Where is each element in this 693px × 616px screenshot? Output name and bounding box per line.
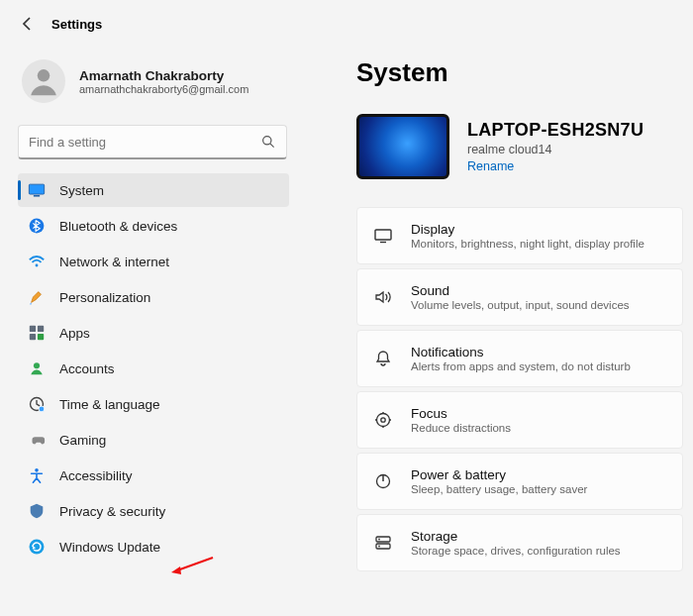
nav-item-personalization[interactable]: Personalization: [18, 280, 289, 314]
svg-rect-16: [375, 230, 391, 240]
svg-point-11: [34, 362, 40, 368]
svg-point-24: [378, 539, 380, 541]
power-icon: [373, 471, 393, 491]
nav-label: Privacy & security: [59, 504, 165, 519]
focus-icon: [373, 410, 393, 430]
card-subtitle: Sleep, battery usage, battery saver: [411, 483, 587, 495]
nav-label: Accounts: [59, 361, 115, 376]
profile-email: amarnathchakraborty6@gmail.com: [79, 83, 248, 95]
card-title: Power & battery: [411, 467, 587, 482]
clock-icon: [28, 395, 46, 413]
search-input[interactable]: [29, 135, 260, 150]
svg-point-1: [263, 137, 271, 145]
nav-label: Network & internet: [59, 255, 169, 269]
card-subtitle: Alerts from apps and system, do not dist…: [411, 360, 631, 372]
back-button[interactable]: [18, 14, 38, 34]
sidebar: Amarnath Chakraborty amarnathchakraborty…: [0, 44, 297, 573]
display-icon: [373, 226, 393, 246]
arrow-left-icon: [20, 16, 36, 32]
card-subtitle: Storage space, drives, configuration rul…: [411, 545, 621, 557]
gaming-icon: [28, 431, 46, 449]
card-subtitle: Monitors, brightness, night light, displ…: [411, 238, 644, 250]
profile-block[interactable]: Amarnath Chakraborty amarnathchakraborty…: [18, 53, 289, 119]
device-name: LAPTOP-ESH2SN7U: [467, 120, 644, 141]
svg-rect-9: [30, 334, 36, 340]
svg-point-14: [35, 468, 39, 472]
wifi-icon: [28, 253, 46, 270]
bell-icon: [373, 349, 393, 368]
svg-point-13: [39, 406, 45, 412]
card-title: Storage: [411, 529, 621, 544]
svg-rect-7: [30, 326, 36, 332]
card-sound[interactable]: Sound Volume levels, output, input, soun…: [356, 268, 683, 326]
nav-label: Time & language: [59, 397, 160, 412]
svg-point-0: [38, 69, 50, 81]
nav-label: Accessibility: [59, 468, 133, 483]
search-icon: [260, 134, 276, 150]
card-storage[interactable]: Storage Storage space, drives, configura…: [356, 514, 683, 571]
nav-item-accounts[interactable]: Accounts: [18, 352, 289, 385]
nav-item-network[interactable]: Network & internet: [18, 245, 289, 278]
nav-item-apps[interactable]: Apps: [18, 316, 289, 350]
nav-item-time-language[interactable]: Time & language: [18, 387, 289, 421]
search-box[interactable]: [18, 125, 287, 159]
nav-label: Gaming: [59, 433, 106, 448]
system-icon: [28, 181, 46, 199]
accounts-icon: [28, 359, 46, 377]
device-model: realme cloud14: [467, 143, 644, 156]
svg-point-15: [30, 540, 45, 555]
nav-item-windows-update[interactable]: Windows Update: [18, 530, 289, 564]
settings-cards: Display Monitors, brightness, night ligh…: [356, 207, 683, 571]
card-subtitle: Volume levels, output, input, sound devi…: [411, 299, 630, 311]
card-subtitle: Reduce distractions: [411, 422, 511, 434]
paintbrush-icon: [28, 288, 46, 306]
nav-list: System Bluetooth & devices Network & int…: [18, 173, 289, 564]
svg-line-2: [270, 144, 274, 148]
user-icon: [27, 64, 60, 98]
profile-name: Amarnath Chakraborty: [79, 68, 248, 83]
nav-label: Bluetooth & devices: [59, 219, 177, 234]
card-title: Focus: [411, 406, 511, 421]
nav-item-accessibility[interactable]: Accessibility: [18, 459, 289, 492]
card-display[interactable]: Display Monitors, brightness, night ligh…: [356, 207, 683, 264]
card-title: Sound: [411, 283, 630, 298]
avatar: [22, 59, 65, 103]
card-focus[interactable]: Focus Reduce distractions: [356, 391, 683, 449]
bluetooth-icon: [28, 217, 46, 235]
nav-label: Windows Update: [59, 540, 160, 555]
nav-item-system[interactable]: System: [18, 173, 289, 207]
apps-icon: [28, 324, 46, 342]
nav-label: System: [59, 183, 104, 198]
device-block: LAPTOP-ESH2SN7U realme cloud14 Rename: [356, 114, 683, 179]
card-title: Notifications: [411, 345, 631, 359]
nav-item-gaming[interactable]: Gaming: [18, 423, 289, 457]
svg-rect-8: [38, 326, 44, 332]
svg-rect-10: [38, 334, 44, 340]
nav-item-bluetooth[interactable]: Bluetooth & devices: [18, 209, 289, 243]
nav-label: Apps: [59, 326, 90, 341]
svg-point-18: [377, 414, 390, 427]
svg-point-25: [378, 546, 380, 548]
shield-icon: [28, 502, 46, 520]
card-title: Display: [411, 222, 644, 237]
update-icon: [28, 538, 46, 556]
svg-point-6: [36, 264, 39, 267]
app-title: Settings: [51, 17, 102, 32]
rename-link[interactable]: Rename: [467, 159, 514, 173]
storage-icon: [373, 533, 393, 553]
svg-rect-3: [29, 184, 44, 194]
device-image: [356, 114, 449, 179]
main-content: System LAPTOP-ESH2SN7U realme cloud14 Re…: [297, 44, 693, 573]
sound-icon: [373, 287, 393, 307]
page-title: System: [356, 57, 683, 88]
nav-label: Personalization: [59, 290, 150, 305]
svg-rect-4: [34, 195, 40, 197]
accessibility-icon: [28, 466, 46, 484]
nav-item-privacy-security[interactable]: Privacy & security: [18, 494, 289, 528]
card-notifications[interactable]: Notifications Alerts from apps and syste…: [356, 330, 683, 387]
svg-point-19: [381, 418, 385, 422]
card-power-battery[interactable]: Power & battery Sleep, battery usage, ba…: [356, 453, 683, 510]
